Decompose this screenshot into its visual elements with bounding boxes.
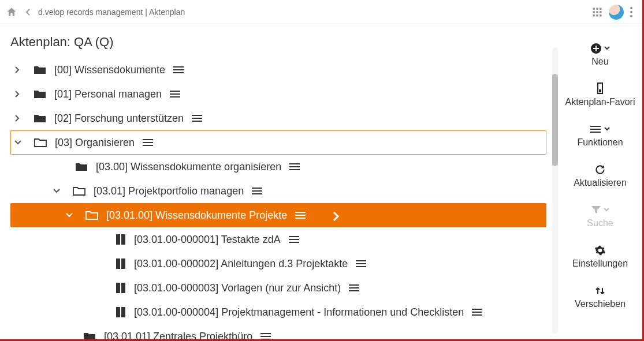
bookmark-icon — [597, 83, 604, 95]
rail-label: Funktionen — [577, 137, 623, 148]
svg-rect-3 — [593, 11, 595, 13]
topbar: d.velop records management | Aktenplan — [0, 0, 642, 24]
menu-icon[interactable] — [170, 91, 181, 98]
rail-label: Verschieben — [575, 299, 626, 309]
tree-file-2[interactable]: [03.01.00-000002] Anleitungen d.3 Projek… — [10, 252, 546, 276]
more-icon[interactable] — [626, 6, 636, 18]
rail-label: Aktualisieren — [574, 178, 627, 188]
record-icon — [116, 234, 126, 245]
svg-rect-0 — [593, 8, 595, 9]
rail-favorites-button[interactable]: Aktenplan-Favori — [565, 82, 635, 107]
collapse-icon[interactable] — [53, 188, 65, 194]
svg-point-10 — [630, 11, 632, 13]
menu-icon[interactable] — [173, 66, 185, 73]
gear-icon — [594, 245, 606, 256]
menu-icon[interactable] — [349, 284, 360, 291]
tree-node-label: [03.00] Wissensdokumente organisieren — [96, 161, 281, 173]
tree-file-3[interactable]: [03.01.00-000003] Vorlagen (nur zur Ansi… — [10, 276, 546, 300]
menu-icon[interactable] — [356, 260, 367, 267]
svg-rect-13 — [121, 234, 125, 245]
svg-rect-1 — [596, 8, 598, 9]
folder-filled-icon — [33, 89, 46, 99]
tree-node-03[interactable]: [03] Organisieren — [10, 130, 546, 155]
svg-rect-14 — [116, 258, 120, 269]
tree-node-label: [01] Personal managen — [54, 88, 162, 100]
folder-filled-icon — [83, 332, 96, 339]
rail-search-button[interactable]: Suche — [587, 203, 613, 228]
folder-filled-icon — [33, 65, 46, 74]
record-icon — [116, 306, 126, 318]
tree-node-03-01[interactable]: [03.01] Projektportfolio managen — [10, 179, 546, 203]
tree-file-label: [03.01.00-000002] Anleitungen d.3 Projek… — [134, 258, 348, 270]
menu-icon — [590, 126, 602, 133]
svg-rect-7 — [596, 14, 598, 16]
expand-icon[interactable] — [14, 66, 25, 73]
svg-rect-8 — [600, 14, 601, 16]
rail-label: Neu — [590, 57, 610, 67]
filter-icon — [591, 205, 601, 215]
expand-icon[interactable] — [14, 115, 25, 122]
breadcrumb[interactable]: d.velop records management | Aktenplan — [38, 8, 185, 17]
svg-point-9 — [630, 7, 632, 9]
collapse-icon[interactable] — [14, 139, 26, 146]
tree-node-03-01-01[interactable]: [03.01.01] Zentrales Projektbüro — [10, 324, 546, 339]
tree-node-02[interactable]: [02] Forschung unterstützen — [10, 106, 546, 130]
menu-icon[interactable] — [260, 333, 272, 339]
rail-label: Suche — [587, 218, 613, 228]
tree-node-label: [03.01.00] Wissensdokumente Projekte — [106, 209, 287, 222]
tree-file-label: [03.01.00-000004] Projektmanagement - In… — [134, 306, 464, 318]
tree-node-01[interactable]: [01] Personal managen — [10, 82, 546, 106]
tree-node-00[interactable]: [00] Wissensdokumente — [10, 58, 546, 82]
menu-icon[interactable] — [252, 188, 263, 194]
expand-icon[interactable] — [14, 91, 25, 98]
rail-refresh-button[interactable]: Aktualisieren — [574, 163, 627, 188]
svg-rect-18 — [116, 307, 120, 317]
back-icon[interactable] — [25, 8, 31, 16]
svg-rect-4 — [596, 11, 598, 13]
menu-icon[interactable] — [289, 236, 300, 243]
rail-settings-button[interactable]: Einstellungen — [572, 243, 628, 269]
avatar[interactable] — [609, 5, 624, 20]
folder-outline-icon — [34, 138, 47, 147]
apps-icon[interactable] — [588, 6, 606, 18]
home-icon[interactable] — [6, 6, 17, 18]
svg-rect-17 — [121, 283, 125, 293]
tree-file-1[interactable]: [03.01.00-000001] Testakte zdA — [10, 227, 546, 252]
tree-file-label: [03.01.00-000003] Vorlagen (nur zur Ansi… — [134, 282, 341, 294]
rail-new-button[interactable]: Neu — [590, 42, 610, 67]
page-title: Aktenplan: QA (Q) — [10, 35, 546, 50]
tree-file-4[interactable]: [03.01.00-000004] Projektmanagement - In… — [10, 300, 546, 324]
record-icon — [116, 258, 126, 269]
chevron-right-icon[interactable] — [332, 211, 340, 219]
folder-filled-icon — [75, 162, 88, 171]
refresh-icon — [594, 164, 606, 175]
svg-rect-19 — [121, 307, 125, 317]
rail-functions-button[interactable]: Funktionen — [577, 122, 623, 148]
svg-point-11 — [630, 15, 632, 17]
menu-icon[interactable] — [472, 309, 483, 316]
tree-node-03-00[interactable]: [03.00] Wissensdokumente organisieren — [10, 155, 546, 179]
svg-rect-6 — [593, 14, 595, 16]
collapse-icon[interactable] — [66, 212, 77, 219]
rail-label: Einstellungen — [572, 258, 628, 269]
rail-label: Aktenplan-Favori — [565, 97, 635, 107]
tree-node-label: [03.01] Projektportfolio managen — [94, 185, 244, 197]
action-rail: Neu Aktenplan-Favori Funktionen — [558, 24, 642, 339]
menu-icon[interactable] — [289, 163, 301, 170]
rail-move-button[interactable]: Verschieben — [575, 284, 626, 309]
scrollbar[interactable]: ▴ — [552, 24, 558, 339]
tree-file-label: [03.01.00-000001] Testakte zdA — [134, 234, 281, 246]
svg-rect-5 — [600, 11, 601, 13]
tree-node-label: [03.01.01] Zentrales Projektbüro — [104, 331, 252, 340]
menu-icon[interactable] — [192, 115, 203, 122]
svg-rect-16 — [116, 283, 120, 293]
folder-outline-icon — [73, 186, 85, 196]
svg-rect-12 — [116, 234, 120, 245]
menu-icon[interactable] — [295, 212, 307, 219]
tree-node-03-01-00[interactable]: [03.01.00] Wissensdokumente Projekte — [10, 203, 546, 227]
tree-node-label: [02] Forschung unterstützen — [54, 113, 184, 125]
menu-icon[interactable] — [143, 139, 154, 146]
chevron-down-icon — [604, 46, 610, 51]
scroll-thumb[interactable] — [552, 74, 558, 166]
chevron-down-icon — [604, 208, 609, 212]
